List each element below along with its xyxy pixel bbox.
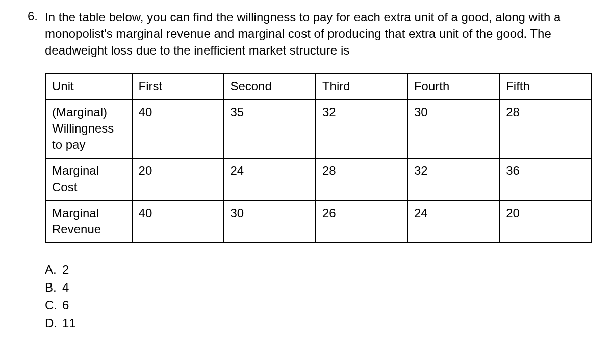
choice-d[interactable]: D. 11 <box>45 315 592 332</box>
choice-text: 6 <box>62 297 69 315</box>
cell: 20 <box>132 158 224 200</box>
row-label: (Marginal) Willingness to pay <box>45 99 132 158</box>
row-label: Marginal Revenue <box>45 200 132 243</box>
cell: 20 <box>499 200 591 243</box>
header-col-2: Second <box>223 73 316 99</box>
table-row: (Marginal) Willingness to pay 40 35 32 3… <box>45 99 591 158</box>
cell: 40 <box>132 200 224 243</box>
row-label: Marginal Cost <box>45 158 132 200</box>
choice-text: 4 <box>62 279 69 297</box>
answer-choices: A. 2 B. 4 C. 6 D. 11 <box>45 261 592 332</box>
cell: 28 <box>499 99 591 158</box>
choice-a[interactable]: A. 2 <box>45 261 592 279</box>
question-body: In the table below, you can find the wil… <box>45 9 592 332</box>
choice-letter: A. <box>45 261 62 279</box>
question-block: 6. In the table below, you can find the … <box>20 9 592 332</box>
cell: 32 <box>407 158 499 200</box>
header-col-1: First <box>132 73 224 99</box>
header-col-5: Fifth <box>499 73 591 99</box>
header-col-3: Third <box>316 73 407 99</box>
cell: 35 <box>223 99 316 158</box>
cell: 32 <box>316 99 407 158</box>
header-label-cell: Unit <box>45 73 132 99</box>
choice-letter: B. <box>45 279 62 297</box>
cell: 36 <box>499 158 591 200</box>
choice-letter: D. <box>45 315 62 332</box>
data-table: Unit First Second Third Fourth Fifth (Ma… <box>45 73 592 243</box>
question-text: In the table below, you can find the wil… <box>45 9 592 59</box>
cell: 40 <box>132 99 224 158</box>
cell: 26 <box>316 200 407 243</box>
table-row: Marginal Revenue 40 30 26 24 20 <box>45 200 591 243</box>
question-number: 6. <box>20 9 38 23</box>
table-row: Marginal Cost 20 24 28 32 36 <box>45 158 591 200</box>
cell: 24 <box>407 200 499 243</box>
header-col-4: Fourth <box>407 73 499 99</box>
choice-c[interactable]: C. 6 <box>45 297 592 315</box>
cell: 30 <box>407 99 499 158</box>
cell: 30 <box>223 200 316 243</box>
cell: 24 <box>223 158 316 200</box>
choice-text: 2 <box>62 261 69 279</box>
choice-letter: C. <box>45 297 62 315</box>
choice-text: 11 <box>62 315 76 332</box>
table-header-row: Unit First Second Third Fourth Fifth <box>45 73 591 99</box>
cell: 28 <box>316 158 407 200</box>
choice-b[interactable]: B. 4 <box>45 279 592 297</box>
